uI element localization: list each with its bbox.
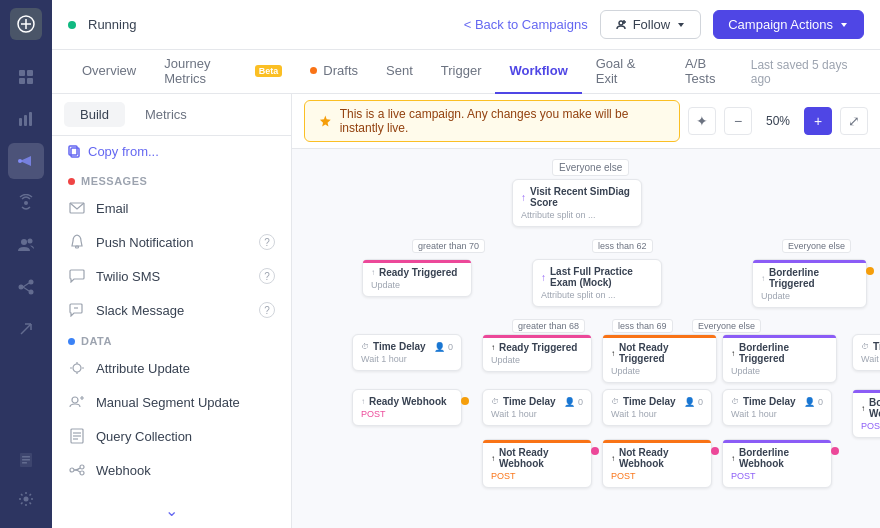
menu-item-webhook[interactable]: Webhook — [52, 453, 291, 487]
segment-icon — [68, 393, 86, 411]
scroll-down-icon[interactable]: ⌄ — [165, 501, 178, 520]
follow-button[interactable]: Follow — [600, 10, 702, 39]
canvas-toolbar: This is a live campaign. Any changes you… — [292, 94, 880, 149]
drafts-dot — [310, 67, 317, 74]
svg-point-28 — [73, 364, 81, 372]
node-not-ready-triggered[interactable]: ↑ Not Ready Triggered Update — [602, 334, 717, 383]
tab-workflow[interactable]: Workflow — [495, 50, 581, 94]
branch-less-62: less than 62 — [592, 239, 653, 253]
zoom-out-button[interactable]: − — [724, 107, 752, 135]
tab-overview[interactable]: Overview — [68, 50, 150, 94]
menu-item-push[interactable]: Push Notification ? — [52, 225, 291, 259]
sidebar-item-campaigns[interactable] — [8, 143, 44, 179]
menu-item-query[interactable]: Query Collection — [52, 419, 291, 453]
tab-drafts[interactable]: Drafts — [296, 50, 372, 94]
status-dot — [68, 21, 76, 29]
node-time-delay-4[interactable]: ⏱ Time Delay 👤 0 Wait 1 hour — [722, 389, 832, 426]
svg-rect-20 — [22, 462, 27, 464]
branch-everyone-else-top: Everyone else — [552, 159, 629, 176]
node-warning-dot — [866, 266, 874, 277]
twilio-help-icon[interactable]: ? — [259, 268, 275, 284]
svg-point-12 — [19, 285, 24, 290]
node-not-ready-webhook-2[interactable]: ↑ Not Ready Webhook POST — [602, 439, 712, 488]
last-saved-text: Last saved 5 days ago — [751, 58, 864, 86]
live-banner: This is a live campaign. Any changes you… — [304, 100, 680, 142]
node-time-delay-right-1[interactable]: ⏱ Time Delay 👤 0 Wait 1 hour — [852, 334, 880, 371]
twilio-icon — [68, 267, 86, 285]
node-ready-triggered-1[interactable]: ↑ Ready Triggered Update — [362, 259, 472, 297]
sidebar-item-analytics[interactable] — [8, 101, 44, 137]
push-icon — [68, 233, 86, 251]
node-time-delay-1[interactable]: ⏱ Time Delay 👤 0 Wait 1 hour — [352, 334, 462, 371]
query-icon — [68, 427, 86, 445]
back-to-campaigns-link[interactable]: < Back to Campaigns — [464, 17, 588, 32]
zoom-level: 50% — [760, 114, 796, 128]
node-ready-triggered-2[interactable]: ↑ Ready Triggered Update — [482, 334, 592, 372]
node-borderline-triggered-1[interactable]: ↑ Borderline Triggered Update — [752, 259, 867, 308]
slack-help-icon[interactable]: ? — [259, 302, 275, 318]
svg-point-42 — [831, 447, 839, 455]
menu-item-segment-update[interactable]: Manual Segment Update — [52, 385, 291, 419]
menu-item-slack[interactable]: Slack Message ? — [52, 293, 291, 327]
webhook-icon — [68, 461, 86, 479]
node-visit-recent[interactable]: ↑ Visit Recent SimDiag Score Attribute s… — [512, 179, 642, 227]
svg-point-39 — [461, 397, 469, 405]
sparkle-button[interactable]: ✦ — [688, 107, 716, 135]
zoom-in-button[interactable]: + — [804, 107, 832, 135]
canvas-controls: ✦ − 50% + ⤢ — [688, 107, 868, 135]
svg-point-29 — [72, 397, 78, 403]
sidebar-item-integrations[interactable] — [8, 269, 44, 305]
menu-item-twilio[interactable]: Twilio SMS ? — [52, 259, 291, 293]
menu-item-email[interactable]: Email — [52, 191, 291, 225]
topbar: Running < Back to Campaigns Follow Campa… — [52, 0, 880, 50]
node-time-delay-3[interactable]: ⏱ Time Delay 👤 0 Wait 1 hour — [602, 389, 712, 426]
sidebar-item-broadcast[interactable] — [8, 185, 44, 221]
node-not-ready-webhook[interactable]: ↑ Not Ready Webhook POST — [482, 439, 592, 488]
node-borderline-webhook-2[interactable]: ↑ Borderline Webhook POST — [722, 439, 832, 488]
svg-point-21 — [24, 497, 29, 502]
svg-rect-19 — [22, 459, 30, 461]
workflow-canvas: Everyone else ↑ Visit Recent SimDiag Sco… — [292, 149, 880, 528]
tab-journey-metrics[interactable]: Journey Metrics Beta — [150, 50, 296, 94]
canvas-scroll[interactable]: Everyone else ↑ Visit Recent SimDiag Sco… — [292, 149, 880, 528]
svg-rect-26 — [76, 246, 79, 248]
svg-line-15 — [23, 283, 29, 287]
panel-tab-metrics[interactable]: Metrics — [129, 102, 203, 127]
panel-scroll[interactable]: Copy from... MESSAGES Email — [52, 136, 291, 493]
campaign-actions-button[interactable]: Campaign Actions — [713, 10, 864, 39]
svg-rect-2 — [27, 70, 33, 76]
panel-tab-build[interactable]: Build — [64, 102, 125, 127]
sidebar-item-people[interactable] — [8, 227, 44, 263]
node-time-delay-2[interactable]: ⏱ Time Delay 👤 0 Wait 1 hour — [482, 389, 592, 426]
svg-line-16 — [23, 287, 29, 291]
svg-rect-1 — [19, 70, 25, 76]
fit-screen-button[interactable]: ⤢ — [840, 107, 868, 135]
node-ready-webhook[interactable]: ↑ Ready Webhook POST — [352, 389, 462, 426]
tab-ab-tests[interactable]: A/B Tests — [671, 50, 751, 94]
sidebar-item-reports[interactable] — [8, 442, 44, 478]
not-ready-dot — [591, 446, 599, 457]
tab-sent[interactable]: Sent — [372, 50, 427, 94]
tab-trigger[interactable]: Trigger — [427, 50, 496, 94]
svg-rect-18 — [22, 456, 30, 458]
node-last-practice[interactable]: ↑ Last Full Practice Exam (Mock) Attribu… — [532, 259, 662, 307]
branch-greater-68: greater than 68 — [512, 319, 585, 333]
tab-goal-exit[interactable]: Goal & Exit — [582, 50, 671, 94]
sidebar-item-settings[interactable] — [8, 481, 44, 517]
sidebar-item-dashboard[interactable] — [8, 59, 44, 95]
push-help-icon[interactable]: ? — [259, 234, 275, 250]
email-icon — [68, 199, 86, 217]
node-borderline-webhook[interactable]: ↑ Borderline Webhook POST — [852, 389, 880, 438]
svg-point-13 — [29, 280, 34, 285]
borderline-dot — [831, 446, 839, 457]
svg-point-14 — [29, 290, 34, 295]
svg-point-8 — [18, 159, 22, 163]
sidebar-item-journeys[interactable] — [8, 311, 44, 347]
scroll-more: ⌄ — [52, 493, 291, 528]
svg-point-10 — [21, 239, 27, 245]
svg-rect-5 — [19, 118, 22, 126]
copy-from-button[interactable]: Copy from... — [52, 136, 291, 167]
node-borderline-triggered-2[interactable]: ↑ Borderline Triggered Update — [722, 334, 837, 383]
content-area: Build Metrics Copy from... MESSAGES — [52, 94, 880, 528]
menu-item-attribute-update[interactable]: Attribute Update — [52, 351, 291, 385]
